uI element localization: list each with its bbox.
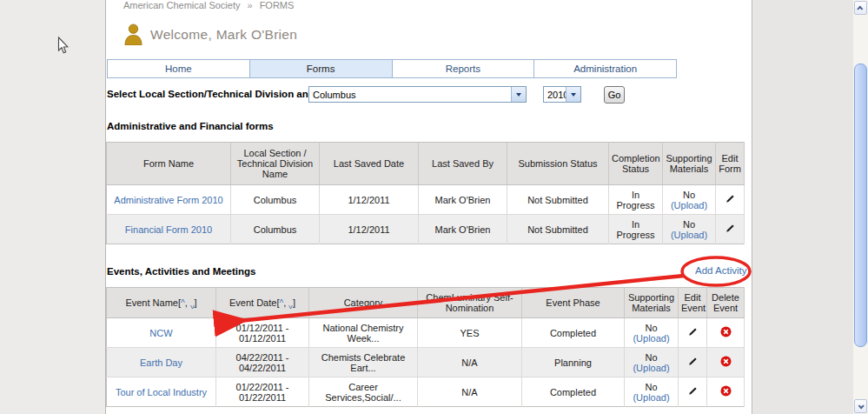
- col-event-date-label: Event Date: [229, 297, 276, 308]
- form-link[interactable]: Financial Form 2010: [125, 224, 212, 235]
- section-select-dropdown-icon[interactable]: [511, 87, 526, 102]
- section-select-value: Columbus: [309, 90, 511, 100]
- col-edit-event: Edit Event: [679, 288, 707, 318]
- admin-forms-table: Form Name Local Section / Technical Divi…: [106, 142, 745, 244]
- table-row: Financial Form 2010 Columbus 1/12/2011 M…: [107, 215, 745, 244]
- sort-desc-icon[interactable]: ^: [190, 300, 195, 310]
- tab-reports[interactable]: Reports: [393, 60, 535, 77]
- table-row: Administrative Form 2010 Columbus 1/12/2…: [107, 185, 745, 215]
- col-supporting-materials: Supporting Materials: [663, 143, 716, 185]
- add-activity-link[interactable]: Add Activity: [695, 265, 746, 276]
- scroll-up-button[interactable]: [854, 1, 867, 15]
- cell-saved-by: Mark O'Brien: [419, 215, 507, 244]
- event-link[interactable]: Earth Day: [140, 357, 182, 368]
- col-last-saved-date: Last Saved Date: [320, 143, 419, 185]
- cell-supporting: No: [683, 219, 695, 230]
- col-event-name: Event Name[^, ^]: [107, 288, 216, 318]
- upload-link[interactable]: (Upload): [671, 200, 707, 210]
- content-panel: American Chemical Society»FORMS Welcome,…: [105, 0, 752, 414]
- col-event-phase: Event Phase: [522, 288, 625, 318]
- table-row: Tour of Local Industry 01/22/2011 - 01/2…: [107, 377, 745, 407]
- col-event-date: Event Date[^, ^]: [216, 288, 309, 318]
- bracket: ]: [293, 297, 295, 308]
- col-submission-status: Submission Status: [507, 143, 609, 185]
- cell-event-date: 04/22/2011 - 04/22/2011: [216, 348, 309, 377]
- cell-category: Career Services,Social/...: [309, 377, 418, 407]
- filter-label: Select Local Section/Technical Division …: [107, 89, 338, 99]
- year-select[interactable]: 2010: [543, 86, 581, 103]
- right-gutter: [753, 0, 853, 414]
- mouse-cursor-icon: [57, 37, 70, 58]
- breadcrumb-current: FORMS: [260, 0, 295, 10]
- tab-administration[interactable]: Administration: [534, 60, 676, 77]
- col-nomination: ChemLuminary Self-Nomination: [418, 288, 522, 318]
- event-link[interactable]: NCW: [149, 328, 172, 338]
- cell-nomination: YES: [418, 318, 522, 348]
- chevron-up-icon: [857, 5, 863, 11]
- breadcrumb-separator-icon: »: [248, 0, 253, 10]
- welcome-text: Welcome, Mark O'Brien: [150, 27, 297, 43]
- cell-completion: In Progress: [609, 215, 663, 244]
- cell-supporting: No: [645, 382, 657, 392]
- edit-pencil-icon[interactable]: [688, 357, 698, 366]
- edit-pencil-icon[interactable]: [688, 386, 698, 396]
- page: American Chemical Society»FORMS Welcome,…: [0, 0, 868, 414]
- cell-nomination: N/A: [418, 377, 522, 407]
- cell-phase: Completed: [522, 318, 625, 348]
- events-section-title: Events, Activities and Meetings: [107, 266, 255, 277]
- col-edit-form: Edit Form: [716, 143, 745, 185]
- upload-link[interactable]: (Upload): [671, 230, 707, 240]
- upload-link[interactable]: (Upload): [633, 363, 669, 373]
- cell-event-date: 01/22/2011 - 01/22/2011: [216, 377, 309, 407]
- cell-category: National Chemistry Week...: [309, 318, 418, 348]
- cell-submission: Not Submitted: [507, 185, 609, 215]
- col-category: Category: [309, 288, 418, 318]
- col-section-name: Local Section / Technical Division Name: [231, 143, 320, 185]
- cell-event-date: 01/12/2011 - 01/12/2011: [216, 318, 309, 348]
- table-row: NCW 01/12/2011 - 01/12/2011 National Che…: [107, 318, 745, 348]
- cell-section: Columbus: [231, 215, 320, 244]
- cell-section: Columbus: [231, 185, 320, 215]
- scroll-down-button[interactable]: [854, 399, 867, 413]
- cell-phase: Planning: [522, 348, 625, 377]
- form-link[interactable]: Administrative Form 2010: [114, 195, 222, 205]
- delete-icon[interactable]: [720, 356, 732, 367]
- col-form-name: Form Name: [107, 143, 231, 185]
- delete-icon[interactable]: [720, 326, 732, 337]
- edit-pencil-icon[interactable]: [726, 224, 735, 233]
- edit-pencil-icon[interactable]: [726, 194, 735, 204]
- go-button[interactable]: Go: [604, 86, 625, 104]
- upload-link[interactable]: (Upload): [633, 392, 669, 403]
- vertical-scrollbar[interactable]: [853, 0, 868, 414]
- year-select-dropdown-icon[interactable]: [566, 87, 580, 102]
- cell-supporting: No: [683, 190, 695, 200]
- sort-desc-icon[interactable]: ^: [288, 300, 293, 310]
- scrollbar-thumb[interactable]: [854, 63, 867, 347]
- tab-home[interactable]: Home: [108, 60, 250, 77]
- cell-phase: Completed: [522, 377, 625, 407]
- chevron-down-icon: [858, 403, 865, 409]
- tab-forms[interactable]: Forms: [250, 60, 393, 77]
- cell-supporting: No: [645, 352, 657, 363]
- col-event-name-label: Event Name: [125, 297, 178, 308]
- table-row: Earth Day 04/22/2011 - 04/22/2011 Chemis…: [107, 348, 745, 377]
- section-select[interactable]: Columbus: [308, 86, 527, 103]
- edit-pencil-icon[interactable]: [688, 327, 698, 337]
- col-completion-status: Completion Status: [609, 143, 663, 185]
- col-supporting-materials: Supporting Materials: [625, 288, 679, 318]
- events-header-row: Event Name[^, ^] Event Date[^, ^] Catego…: [107, 288, 745, 318]
- cell-completion: In Progress: [609, 185, 663, 215]
- col-delete-event: Delete Event: [707, 288, 745, 318]
- event-link[interactable]: Tour of Local Industry: [116, 387, 207, 397]
- delete-icon[interactable]: [720, 385, 732, 397]
- cell-submission: Not Submitted: [507, 215, 609, 244]
- year-select-value: 2010: [544, 90, 566, 100]
- admin-forms-section-title: Administrative and Financial forms: [107, 121, 274, 131]
- welcome-banner: Welcome, Mark O'Brien: [123, 23, 297, 45]
- cell-saved-by: Mark O'Brien: [419, 185, 507, 215]
- events-table: Event Name[^, ^] Event Date[^, ^] Catego…: [106, 287, 745, 407]
- breadcrumb-root-link[interactable]: American Chemical Society: [123, 0, 241, 10]
- user-icon: [123, 23, 143, 45]
- upload-link[interactable]: (Upload): [633, 333, 669, 344]
- cell-date: 1/12/2011: [320, 215, 419, 244]
